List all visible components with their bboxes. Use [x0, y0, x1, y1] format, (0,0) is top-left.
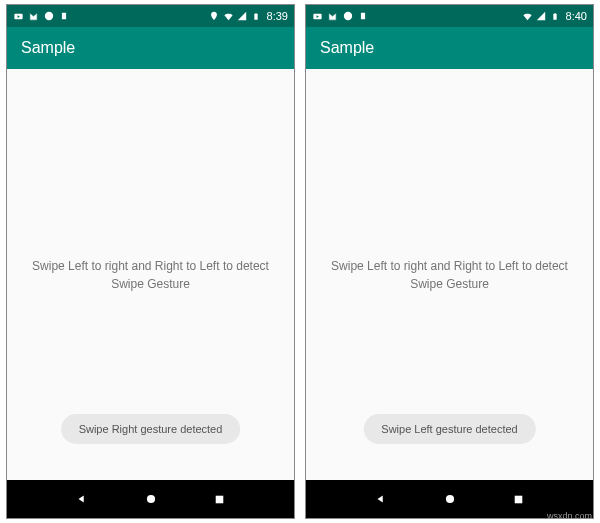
home-button[interactable] — [141, 489, 161, 509]
gmail-icon — [28, 11, 39, 22]
status-time: 8:39 — [267, 10, 288, 22]
watermark: wsxdn.com — [547, 511, 592, 521]
app-content-area[interactable]: Swipe Left to right and Right to Left to… — [7, 69, 294, 480]
svg-point-8 — [343, 12, 351, 20]
app-content-area[interactable]: Swipe Left to right and Right to Left to… — [306, 69, 593, 480]
status-time: 8:40 — [566, 10, 587, 22]
back-button[interactable] — [72, 489, 92, 509]
svg-rect-6 — [216, 495, 224, 503]
recent-apps-button[interactable] — [509, 489, 529, 509]
battery-icon — [251, 11, 262, 22]
wifi-icon — [522, 11, 533, 22]
svg-rect-2 — [61, 13, 65, 20]
svg-rect-11 — [554, 13, 555, 14]
svg-rect-4 — [255, 13, 256, 14]
gmail-icon — [327, 11, 338, 22]
youtube-icon — [312, 11, 323, 22]
battery-icon — [550, 11, 561, 22]
phone-screen-left: 8:39 Sample Swipe Left to right and Righ… — [6, 4, 295, 519]
recent-apps-button[interactable] — [210, 489, 230, 509]
svg-rect-3 — [254, 13, 257, 19]
wifi-icon — [223, 11, 234, 22]
back-button[interactable] — [371, 489, 391, 509]
app-bar: Sample — [7, 27, 294, 69]
status-right-icons: 8:39 — [209, 10, 288, 22]
app-bar: Sample — [306, 27, 593, 69]
signal-icon — [237, 11, 248, 22]
svg-point-1 — [44, 12, 52, 20]
status-bar: 8:40 — [306, 5, 593, 27]
sim-icon — [58, 11, 69, 22]
app-title: Sample — [320, 39, 374, 57]
toast-message: Swipe Right gesture detected — [61, 414, 241, 444]
svg-point-5 — [146, 495, 154, 503]
status-left-icons — [13, 11, 69, 22]
svg-rect-10 — [553, 13, 556, 19]
circle-icon — [342, 11, 353, 22]
navigation-bar — [7, 480, 294, 518]
svg-rect-13 — [515, 495, 523, 503]
sim-icon — [357, 11, 368, 22]
toast-message: Swipe Left gesture detected — [363, 414, 535, 444]
location-icon — [209, 11, 220, 22]
home-button[interactable] — [440, 489, 460, 509]
app-title: Sample — [21, 39, 75, 57]
svg-point-12 — [445, 495, 453, 503]
status-bar: 8:39 — [7, 5, 294, 27]
svg-rect-9 — [360, 13, 364, 20]
signal-icon — [536, 11, 547, 22]
youtube-icon — [13, 11, 24, 22]
status-left-icons — [312, 11, 368, 22]
screenshot-container: 8:39 Sample Swipe Left to right and Righ… — [0, 0, 600, 523]
phone-screen-right: 8:40 Sample Swipe Left to right and Righ… — [305, 4, 594, 519]
instruction-text: Swipe Left to right and Right to Left to… — [23, 257, 278, 293]
instruction-text: Swipe Left to right and Right to Left to… — [322, 257, 577, 293]
status-right-icons: 8:40 — [522, 10, 587, 22]
circle-icon — [43, 11, 54, 22]
